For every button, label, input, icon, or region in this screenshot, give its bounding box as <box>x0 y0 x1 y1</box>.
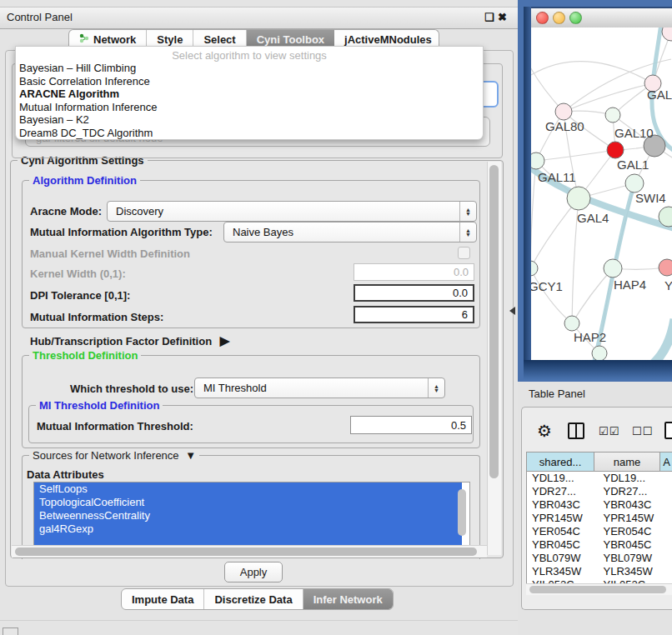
minimize-traffic-light-icon[interactable] <box>553 12 565 24</box>
hub-section-toggle[interactable]: Hub/Transcription Factor Definition ▶ <box>30 333 229 348</box>
table-row[interactable]: YDR27...YDR27...12 <box>527 485 672 498</box>
kernel-width-label: Kernel Width (0,1): <box>30 268 126 280</box>
group-title: MI Threshold Definition <box>36 399 163 412</box>
sources-group-title[interactable]: Sources for Network Inference ▼ <box>29 449 199 462</box>
node-label: GAL11 <box>538 170 576 184</box>
settings-vertical-scrollbar[interactable] <box>487 162 501 555</box>
dropdown-item[interactable]: Bayesian – Hill Climbing <box>16 62 483 75</box>
algorithm-dropdown-list: Select algorithm to view settings Bayesi… <box>15 46 484 140</box>
settings-horizontal-scrollbar[interactable] <box>12 545 487 558</box>
node-label: GAL1 <box>617 158 649 172</box>
data-attributes-label: Data Attributes <box>27 468 104 481</box>
network-view[interactable]: GAL GAL80 GAL10 GAL1 GAL11 SWI4 GAL4 GCY… <box>531 28 672 360</box>
divider <box>0 620 518 621</box>
node-label: Y <box>664 278 672 292</box>
manual-kernel-label: Manual Kernel Width Definition <box>30 248 190 260</box>
list-scrollbar-thumb[interactable] <box>458 489 466 536</box>
dropdown-item[interactable]: Dream8 DC_TDC Algorithm <box>16 127 483 140</box>
table-row[interactable]: YLR345WYLR345W9. <box>527 565 672 578</box>
settings-gear-icon[interactable]: ⚙ <box>537 421 552 441</box>
node-hap4[interactable] <box>604 259 622 278</box>
table-row[interactable]: YDL19...YDL19...13 <box>527 472 672 485</box>
zoom-traffic-light-icon[interactable] <box>569 12 582 24</box>
node[interactable] <box>662 28 672 41</box>
mi-threshold-label: Mutual Information Threshold: <box>37 420 193 432</box>
network-icon <box>79 33 89 46</box>
corner-grip-button[interactable] <box>3 628 18 635</box>
column-header-shared-name[interactable]: shared... <box>527 452 594 471</box>
control-panel-title: Control Panel <box>7 11 73 23</box>
list-item[interactable]: gal4RGexp <box>34 522 462 536</box>
dropdown-prompt: Select algorithm to view settings <box>16 47 483 62</box>
node-label: HAP2 <box>574 330 606 344</box>
node-label: GAL10 <box>614 126 654 140</box>
node-label: SWI4 <box>635 191 666 205</box>
dropdown-item[interactable]: Bayesian – K2 <box>16 113 483 127</box>
deselect-all-checkboxes-icon[interactable]: ☐☐ <box>632 425 653 438</box>
column-view-icon[interactable] <box>568 422 584 439</box>
table-row[interactable]: YBL079WYBL079W <box>527 552 672 565</box>
combo-stepper-icon: ▲▼ <box>428 378 444 398</box>
list-item[interactable]: SelfLoops <box>34 482 462 496</box>
data-attributes-list[interactable]: SelfLoops TopologicalCoefficient Between… <box>33 482 470 547</box>
node-attribute-table[interactable]: shared... name A YDL19...YDL19...13 YDR2… <box>526 452 672 595</box>
dpi-tolerance-field[interactable]: 0.0 <box>354 284 474 302</box>
node-gal10[interactable] <box>605 108 620 122</box>
which-threshold-label: Which threshold to use: <box>70 382 193 395</box>
kernel-width-field[interactable]: 0.0 <box>354 263 474 281</box>
control-panel-titlebar <box>0 7 518 29</box>
tab-impute-data[interactable]: Impute Data <box>122 589 204 609</box>
dropdown-item[interactable]: Mutual Information Inference <box>16 101 483 114</box>
node-gal1[interactable] <box>607 142 624 158</box>
close-window-icon[interactable]: ✖ <box>498 11 507 23</box>
node[interactable] <box>592 346 607 360</box>
node-gal80[interactable] <box>555 103 572 120</box>
aracne-mode-combobox[interactable]: Discovery ▲▼ <box>107 201 477 222</box>
list-item[interactable]: BetweennessCentrality <box>34 509 462 522</box>
table-scrollbar-thumb[interactable] <box>529 586 666 593</box>
tab-discretize-data[interactable]: Discretize Data <box>204 589 303 609</box>
apply-button[interactable]: Apply <box>224 562 283 582</box>
combo-stepper-icon: ▲▼ <box>459 202 476 221</box>
table-row[interactable]: YBR045CYBR045C9. <box>527 538 672 552</box>
control-panel: Control Panel ❑ ✖ Network Style Select C… <box>0 0 518 635</box>
node-label: GAL4 <box>577 211 609 225</box>
network-window-frame <box>524 7 531 380</box>
node-hap2[interactable] <box>564 316 579 331</box>
mi-type-label: Mutual Information Algorithm Type: <box>30 226 213 238</box>
group-title: Algorithm Definition <box>29 174 140 187</box>
node-swi4[interactable] <box>625 174 644 192</box>
close-traffic-light-icon[interactable] <box>536 12 549 24</box>
node-gal11[interactable] <box>531 152 544 169</box>
vertical-scrollbar-thumb[interactable] <box>489 165 499 478</box>
table-row[interactable]: YBR043CYBR043C <box>527 498 672 512</box>
document-icon[interactable] <box>664 422 672 439</box>
column-header-partial[interactable]: A <box>660 452 672 471</box>
column-header-name[interactable]: name <box>594 452 660 471</box>
horizontal-scrollbar-thumb[interactable] <box>15 548 477 556</box>
dropdown-item[interactable]: Basic Correlation Inference <box>16 75 483 88</box>
mi-threshold-field[interactable]: 0.5 <box>350 416 472 434</box>
list-item[interactable]: TopologicalCoefficient <box>34 496 462 509</box>
splitter-collapse-icon[interactable] <box>509 307 515 315</box>
node-gcy1[interactable] <box>531 261 538 276</box>
mi-type-combobox[interactable]: Naive Bayes ▲▼ <box>223 222 477 242</box>
manual-kernel-checkbox[interactable] <box>458 247 470 259</box>
network-graph: GAL GAL80 GAL10 GAL1 GAL11 SWI4 GAL4 GCY… <box>531 28 672 360</box>
table-horizontal-scrollbar[interactable] <box>526 583 672 595</box>
table-panel-title: Table Panel <box>529 388 585 400</box>
node-gal4[interactable] <box>567 187 590 210</box>
node-y[interactable] <box>659 259 672 276</box>
mi-steps-label: Mutual Information Steps: <box>30 311 163 323</box>
select-all-checkboxes-icon[interactable]: ☑☑ <box>599 425 619 438</box>
mi-steps-field[interactable]: 6 <box>354 306 474 323</box>
expand-right-icon: ▶ <box>220 333 230 348</box>
table-row[interactable]: YPR145WYPR145W9. <box>527 512 672 525</box>
dropdown-item-selected[interactable]: ARACNE Algorithm <box>16 88 483 101</box>
table-row[interactable]: YER054CYER054C8. <box>527 525 672 538</box>
column-divider <box>575 424 577 438</box>
dpi-tolerance-label: DPI Tolerance [0,1]: <box>30 289 130 302</box>
float-window-icon[interactable]: ❑ <box>484 11 494 23</box>
tab-infer-network[interactable]: Infer Network <box>303 589 393 609</box>
which-threshold-combobox[interactable]: MI Threshold ▲▼ <box>194 378 445 398</box>
